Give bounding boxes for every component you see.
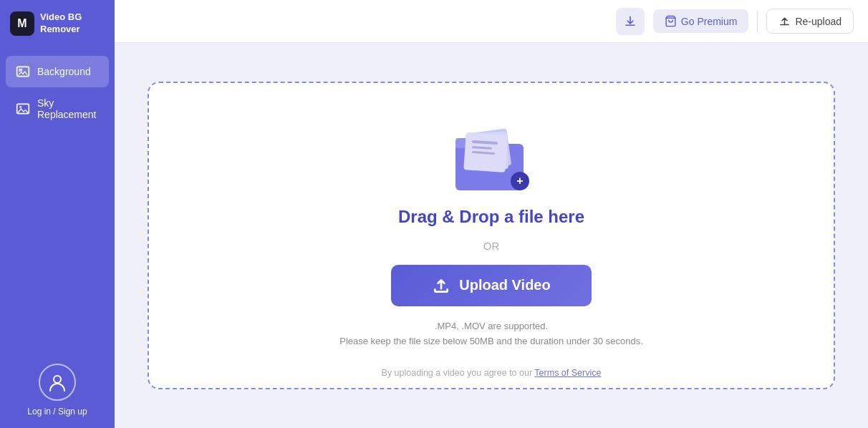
or-text: OR xyxy=(483,240,500,252)
file-info: .MP4, .MOV are supported. Please keep th… xyxy=(339,319,643,349)
avatar[interactable] xyxy=(39,364,76,401)
terms-link[interactable]: Terms of Service xyxy=(534,368,601,378)
premium-button[interactable]: Go Premium xyxy=(653,9,749,33)
upload-icon xyxy=(432,276,450,295)
reupload-icon xyxy=(778,15,791,27)
logo-area: M Video BG Remover xyxy=(0,0,115,47)
reupload-button[interactable]: Re-upload xyxy=(766,9,854,34)
svg-rect-1 xyxy=(19,69,22,72)
login-label[interactable]: Log in / Sign up xyxy=(27,407,87,417)
sidebar-nav: Background Sky Replacement xyxy=(0,47,115,352)
sidebar-item-background[interactable]: Background xyxy=(6,56,109,87)
header-divider xyxy=(757,11,758,32)
terms-prefix: By uploading a video you agree to our xyxy=(382,368,535,378)
sidebar-bottom: Log in / Sign up xyxy=(0,352,115,428)
sky-icon xyxy=(16,102,30,116)
svg-point-4 xyxy=(54,376,61,383)
reupload-label: Re-upload xyxy=(795,16,842,27)
download-icon xyxy=(624,15,637,28)
terms-text: By uploading a video you agree to our Te… xyxy=(382,368,602,378)
sidebar-item-sky-replacement[interactable]: Sky Replacement xyxy=(6,89,109,129)
cart-icon xyxy=(665,15,677,27)
user-icon xyxy=(47,372,67,392)
upload-video-button[interactable]: Upload Video xyxy=(391,265,592,306)
file-info-line1: .MP4, .MOV are supported. xyxy=(339,319,643,334)
download-button[interactable] xyxy=(616,8,645,35)
logo-text: Video BG Remover xyxy=(40,11,82,36)
folder-svg: + xyxy=(452,122,538,198)
drag-drop-title: Drag & Drop a file here xyxy=(398,207,584,227)
background-icon xyxy=(16,64,30,79)
content-area: + Drag & Drop a file here OR Upload Vide… xyxy=(115,43,868,428)
logo-icon: M xyxy=(10,11,34,36)
premium-label: Go Premium xyxy=(681,16,738,27)
upload-button-label: Upload Video xyxy=(459,277,550,293)
svg-text:+: + xyxy=(516,175,523,187)
svg-point-3 xyxy=(19,106,21,108)
folder-illustration: + xyxy=(452,122,531,194)
main-area: Go Premium Re-upload xyxy=(115,0,868,428)
sidebar-sky-label: Sky Replacement xyxy=(37,97,99,120)
sidebar-background-label: Background xyxy=(37,66,91,77)
file-info-line2: Please keep the file size below 50MB and… xyxy=(339,334,643,349)
sidebar: M Video BG Remover Background Sky Replac… xyxy=(0,0,115,428)
upload-dropzone[interactable]: + Drag & Drop a file here OR Upload Vide… xyxy=(148,82,835,389)
header: Go Premium Re-upload xyxy=(115,0,868,43)
